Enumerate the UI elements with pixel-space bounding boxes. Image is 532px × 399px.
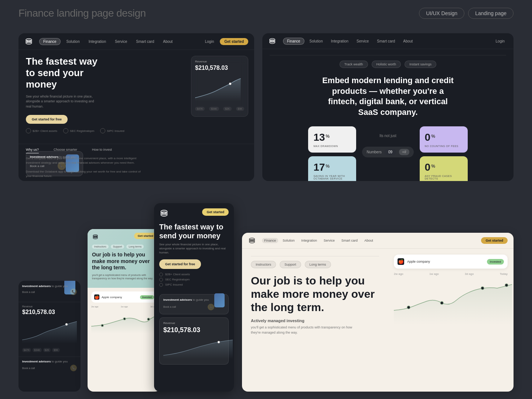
card-main-dark2: Finance Solution Integration Service Sma…: [262, 33, 514, 181]
card5-subtitle: See your whole financial picture in one …: [159, 242, 229, 255]
svg-point-17: [218, 341, 220, 343]
nav-cta-button[interactable]: Get started: [220, 38, 248, 45]
card6-apple-name: Apple company: [407, 260, 484, 263]
svg-point-23: [481, 287, 484, 290]
card4-pill-longterms[interactable]: Long terms: [126, 245, 144, 249]
nav-smartcard[interactable]: Smart card: [133, 38, 157, 45]
nav-finance[interactable]: Finance: [39, 38, 61, 45]
card4-cta-button[interactable]: Get started: [134, 233, 157, 239]
card5-chart: [163, 337, 233, 359]
pill-holistic[interactable]: Holistic worth: [372, 61, 401, 68]
card6-chart-area: [394, 277, 508, 321]
time-1wago: 1w ago: [429, 272, 439, 276]
card-mobile-center: Get started Instructors Support Long ter…: [88, 229, 161, 392]
card6-logo-icon: [248, 236, 256, 245]
page-title: Finance landing page design: [18, 7, 146, 19]
stat-label-drawdown: MAX DRAWDOWN: [313, 145, 351, 147]
card6-nav-finance[interactable]: Finance: [262, 238, 278, 243]
card3-phone-icon[interactable]: 📞: [70, 289, 77, 295]
card4-pill-instructors[interactable]: Instructors: [92, 245, 109, 249]
badge-row-1: SEC Registratopm: [159, 278, 229, 282]
svg-point-11: [101, 324, 103, 327]
revenue-amount: $210,578.03: [195, 65, 244, 71]
card-mobile-dark: Get started The fastest way to send your…: [154, 203, 234, 392]
card6-nav-smartcard[interactable]: Smart card: [339, 238, 360, 243]
card4-sub: you'll get a sophisticated menu of produ…: [92, 273, 156, 281]
card6-sub-title: Actively managed investing: [251, 318, 379, 323]
card2-nav-login[interactable]: Login: [496, 39, 505, 43]
card6-sub-text: you'll get a sophisticated menu of produ…: [251, 325, 362, 335]
nav-login[interactable]: Login: [205, 40, 214, 44]
bottom-nav-choosesmarter[interactable]: Choose smarter: [54, 148, 77, 153]
card6-nav-service[interactable]: Service: [321, 238, 337, 243]
card2-nav-about[interactable]: About: [400, 38, 416, 44]
card4-body: 🍎 Apple company Invested 2w ago 1w ago 3…: [88, 288, 161, 339]
svg-point-21: [407, 306, 410, 309]
chart-label-2: $2K: [223, 107, 231, 111]
apple-logo-icon: 🍎: [94, 294, 99, 300]
feature-pills: Track wealth Holistic worth Instant savi…: [340, 61, 436, 68]
card2-nav: Finance Solution Integration Service Sma…: [262, 33, 514, 49]
card1-nav: Finance Solution Integration Service Sma…: [18, 33, 254, 50]
card2-nav-service[interactable]: Service: [354, 38, 372, 44]
card2-nav-solution[interactable]: Solution: [307, 38, 326, 44]
card3-revenue-label: Revenue: [22, 305, 77, 308]
card6-nav-cta[interactable]: Get started: [481, 237, 508, 244]
card6-nav-integration[interactable]: Integration: [299, 238, 320, 243]
card2-nav-finance[interactable]: Finance: [283, 38, 304, 45]
card5-header: Get started The fastest way to send your…: [154, 203, 234, 294]
chart-label-0: $47K: [195, 107, 205, 111]
card6-pill-2[interactable]: Long terms: [305, 261, 331, 268]
tag-landing[interactable]: Landing page: [468, 8, 514, 19]
svg-point-24: [505, 284, 508, 287]
revenue-chart: [195, 74, 244, 104]
time-today: Today: [500, 272, 508, 276]
numbers-row: Numbers 09 +#: [362, 147, 413, 157]
card6-pill-0[interactable]: Instructors: [251, 261, 276, 268]
stat-label-saving: SAVING IN YEAR WITH OCTABANK SERVICE: [313, 175, 351, 180]
card4-chart: [91, 308, 157, 334]
badge-sipc: SIPC Insured: [100, 128, 125, 133]
stat-card-fraud: 0% ANY FRAUD CASES DETECTS: [420, 156, 468, 181]
card-main-dark: Finance Solution Integration Service Sma…: [18, 33, 254, 181]
tag-uiux[interactable]: UI/UX Design: [419, 8, 464, 19]
badge-sec: SEC Registratopm: [63, 128, 94, 133]
nav-integration[interactable]: Integration: [86, 38, 109, 45]
stat-number-saving: 17%: [313, 161, 351, 173]
card6-nav-about[interactable]: About: [362, 238, 375, 243]
numbers-label: Numbers: [366, 150, 382, 154]
card1-hero: The fastest way to send your money See y…: [18, 50, 254, 181]
card2-nav-smartcard[interactable]: Smart card: [374, 38, 398, 44]
badge-row-0: $2B+ Client assets: [159, 273, 229, 276]
nav-service[interactable]: Service: [112, 38, 130, 45]
bottom-nav-whyus[interactable]: Why us?: [26, 148, 39, 153]
card5-cta-button[interactable]: Get started: [202, 208, 229, 216]
chart-label-1: $34K: [209, 107, 219, 111]
its-not-just-label: Its not just: [379, 134, 396, 138]
time-2wago: 2w ago: [394, 272, 403, 276]
bottom-nav-howtoinvest[interactable]: How to invest: [92, 148, 112, 153]
chart-label-3: $9K: [236, 107, 244, 111]
nav-solution[interactable]: Solution: [64, 38, 83, 45]
hero-cta-button[interactable]: Get started for free: [26, 115, 68, 124]
pill-track[interactable]: Track wealth: [340, 61, 368, 68]
stat-label-fraud: ANY FRAUD CASES DETECTS: [425, 175, 463, 180]
card6-main: Instructors Support Long terms Our job i…: [242, 249, 388, 391]
card5-phone-icon[interactable]: 📞: [208, 304, 214, 310]
card6-body: Instructors Support Long terms Our job i…: [242, 249, 514, 391]
card5-started-button[interactable]: Get started for free: [159, 259, 201, 269]
svg-point-7: [65, 323, 68, 325]
card5-investment-card: Investment advisors to guide you Book a …: [159, 294, 229, 314]
pill-savings[interactable]: Instant savings: [405, 61, 436, 68]
page-header: Finance landing page design UI/UX Design…: [18, 7, 514, 19]
card-bottom-left: Investment advisors to guide you Book a …: [18, 281, 81, 392]
stat-label-fees: NO COUNTING OF FEES: [425, 145, 463, 147]
card6-pill-1[interactable]: Support: [280, 261, 301, 268]
stat-number-fraud: 0%: [425, 161, 463, 173]
nav-about[interactable]: About: [160, 38, 175, 45]
card2-body: Track wealth Holistic worth Instant savi…: [262, 49, 514, 181]
card2-nav-integration[interactable]: Integration: [328, 38, 351, 44]
card6-nav-solution[interactable]: Solution: [280, 238, 297, 243]
badge-circle-1: [159, 278, 163, 282]
card4-pill-support[interactable]: Support: [111, 245, 125, 249]
